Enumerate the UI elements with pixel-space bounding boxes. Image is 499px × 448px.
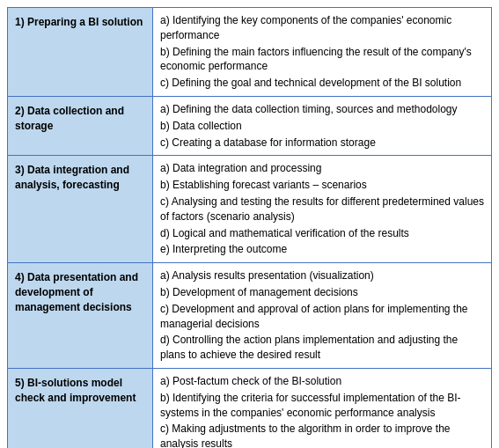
list-item: c) Making adjustments to the algorithm i…: [160, 422, 484, 448]
list-item: e) Interpreting the outcome: [160, 242, 484, 257]
list-item: a) Identifying the key components of the…: [160, 13, 484, 43]
left-cell-1: 1) Preparing a BI solution: [8, 8, 153, 96]
left-cell-2: 2) Data collection and storage: [8, 97, 153, 155]
table-row: 5) BI-solutions model check and improvem…: [8, 369, 491, 448]
table-row: 3) Data integration and analysis, foreca…: [8, 156, 491, 263]
list-item: b) Defining the main factors influencing…: [160, 45, 484, 75]
list-item: a) Analysis results presentation (visual…: [160, 268, 484, 283]
table-row: 1) Preparing a BI solutiona) Identifying…: [8, 8, 491, 97]
left-cell-3: 3) Data integration and analysis, foreca…: [8, 156, 153, 262]
list-item: c) Creating a database for information s…: [160, 136, 484, 151]
list-item: c) Defining the goal and technical devel…: [160, 76, 484, 91]
list-item: a) Post-factum check of the BI-solution: [160, 374, 484, 389]
bi-process-table: 1) Preparing a BI solutiona) Identifying…: [7, 7, 492, 448]
list-item: c) Development and approval of action pl…: [160, 302, 484, 332]
table-row: 2) Data collection and storagea) Definin…: [8, 97, 491, 156]
list-item: b) Establishing forecast variants – scen…: [160, 178, 484, 193]
list-item: c) Analysing and testing the results for…: [160, 195, 484, 224]
list-item: a) Defining the data collection timing, …: [160, 102, 484, 117]
list-item: b) Data collection: [160, 119, 484, 134]
list-item: d) Logical and mathematical verification…: [160, 226, 484, 241]
left-cell-5: 5) BI-solutions model check and improvem…: [8, 369, 153, 448]
right-cell-2: a) Defining the data collection timing, …: [153, 97, 491, 155]
right-cell-4: a) Analysis results presentation (visual…: [153, 263, 491, 368]
list-item: d) Controlling the action plans implemen…: [160, 333, 484, 363]
right-cell-3: a) Data integration and processingb) Est…: [153, 156, 491, 262]
list-item: b) Identifying the criteria for successf…: [160, 391, 484, 421]
right-cell-5: a) Post-factum check of the BI-solutionb…: [153, 369, 491, 448]
list-item: a) Data integration and processing: [160, 161, 484, 176]
list-item: b) Development of management decisions: [160, 285, 484, 300]
table-row: 4) Data presentation and development of …: [8, 263, 491, 369]
left-cell-4: 4) Data presentation and development of …: [8, 263, 153, 368]
right-cell-1: a) Identifying the key components of the…: [153, 8, 491, 96]
